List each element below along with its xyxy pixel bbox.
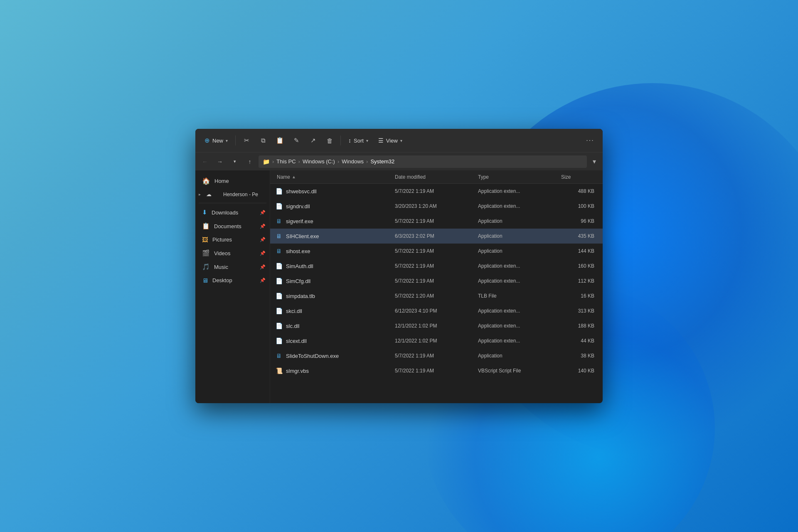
table-row[interactable]: 📄 signdrv.dll 3/20/2023 1:20 AM Applicat… bbox=[270, 199, 603, 214]
table-row[interactable]: 📄 shwebsvc.dll 5/7/2022 1:19 AM Applicat… bbox=[270, 184, 603, 199]
sidebar-pictures-label: Pictures bbox=[212, 236, 232, 243]
path-sep-0: › bbox=[272, 158, 274, 165]
file-type-icon: 📜 bbox=[275, 367, 283, 374]
file-name-text: SimAuth.dll bbox=[286, 263, 313, 269]
more-options-button[interactable]: ··· bbox=[583, 133, 598, 148]
ellipsis-icon: ··· bbox=[586, 137, 594, 144]
file-name-text: slmgr.vbs bbox=[286, 368, 309, 374]
path-windows[interactable]: Windows bbox=[342, 158, 364, 165]
table-row[interactable]: 📄 SimAuth.dll 5/7/2022 1:19 AM Applicati… bbox=[270, 259, 603, 273]
share-icon: ↗ bbox=[310, 137, 316, 144]
file-type: TLB File bbox=[475, 293, 558, 299]
paste-button[interactable]: 📋 bbox=[272, 133, 287, 148]
forward-button[interactable]: → bbox=[214, 155, 226, 168]
view-chevron-icon: ▾ bbox=[400, 138, 402, 143]
file-size: 140 KB bbox=[558, 368, 599, 374]
column-headers: Name ▲ Date modified Type Size bbox=[270, 170, 603, 184]
view-button[interactable]: ☰ View ▾ bbox=[374, 135, 406, 146]
path-this-pc[interactable]: This PC bbox=[276, 158, 296, 165]
table-row[interactable]: 📄 slcext.dll 12/1/2022 1:02 PM Applicati… bbox=[270, 333, 603, 348]
sidebar-item-videos[interactable]: 🎬 Videos 📌 bbox=[197, 246, 268, 260]
share-button[interactable]: ↗ bbox=[305, 133, 320, 148]
file-name-cell: 🖥 SIHClient.exe bbox=[273, 232, 392, 240]
file-date: 5/7/2022 1:20 AM bbox=[392, 293, 475, 299]
file-size: 144 KB bbox=[558, 248, 599, 254]
new-chevron-icon: ▾ bbox=[226, 138, 228, 143]
toolbar: ⊕ New ▾ ✂ ⧉ 📋 ✎ ↗ 🗑 ↕ Sort ▾ ☰ bbox=[195, 129, 603, 152]
pin-icon-downloads: 📌 bbox=[260, 210, 266, 215]
sidebar-item-documents[interactable]: 📋 Documents 📌 bbox=[197, 219, 268, 233]
file-type: VBScript Script File bbox=[475, 368, 558, 374]
up-icon: ↑ bbox=[249, 158, 251, 165]
table-row[interactable]: 🖥 SlideToShutDown.exe 5/7/2022 1:19 AM A… bbox=[270, 348, 603, 363]
table-row[interactable]: 📄 slc.dll 12/1/2022 1:02 PM Application … bbox=[270, 318, 603, 333]
col-header-name[interactable]: Name ▲ bbox=[273, 174, 392, 180]
file-name-cell: 📄 slc.dll bbox=[273, 322, 392, 330]
documents-icon: 📋 bbox=[202, 222, 210, 230]
file-type-icon: 🖥 bbox=[275, 352, 283, 360]
chevron-down-icon-2: ▾ bbox=[593, 158, 596, 165]
col-header-type[interactable]: Type bbox=[475, 174, 558, 180]
table-row[interactable]: 🖥 SIHClient.exe 6/3/2023 2:02 PM Applica… bbox=[270, 229, 603, 244]
sidebar-item-henderson[interactable]: ▸ ☁ Henderson - Pe bbox=[197, 188, 268, 200]
new-button[interactable]: ⊕ New ▾ bbox=[200, 134, 232, 147]
sidebar-desktop-label: Desktop bbox=[212, 277, 232, 283]
file-name-text: shwebsvc.dll bbox=[286, 188, 317, 195]
copy-button[interactable]: ⧉ bbox=[256, 133, 271, 148]
sidebar-item-home[interactable]: 🏠 Home bbox=[197, 174, 268, 188]
sidebar-item-desktop[interactable]: 🖥 Desktop 📌 bbox=[197, 274, 268, 287]
pin-icon-desktop: 📌 bbox=[260, 278, 266, 283]
cut-button[interactable]: ✂ bbox=[239, 133, 254, 148]
rename-icon: ✎ bbox=[294, 137, 299, 144]
sidebar-item-downloads[interactable]: ⬇ Downloads 📌 bbox=[197, 206, 268, 219]
file-name-text: slc.dll bbox=[286, 323, 300, 329]
file-type: Application bbox=[475, 218, 558, 224]
dropdown-button[interactable]: ▾ bbox=[229, 155, 241, 168]
trash-icon: 🗑 bbox=[327, 137, 333, 144]
copy-icon: ⧉ bbox=[261, 137, 266, 144]
sidebar-music-label: Music bbox=[214, 264, 228, 270]
table-row[interactable]: 🖥 sihost.exe 5/7/2022 1:19 AM Applicatio… bbox=[270, 244, 603, 259]
new-label: New bbox=[212, 138, 223, 144]
rename-button[interactable]: ✎ bbox=[289, 133, 304, 148]
up-button[interactable]: ↑ bbox=[244, 155, 256, 168]
col-header-date[interactable]: Date modified bbox=[392, 174, 475, 180]
col-size-label: Size bbox=[561, 174, 571, 180]
file-date: 5/7/2022 1:19 AM bbox=[392, 218, 475, 224]
address-dropdown-arrow[interactable]: ▾ bbox=[589, 155, 599, 168]
sort-arrow-name: ▲ bbox=[292, 175, 296, 179]
folder-icon: 📁 bbox=[263, 158, 270, 165]
file-name-text: SimCfg.dll bbox=[286, 278, 310, 284]
file-date: 5/7/2022 1:19 AM bbox=[392, 188, 475, 194]
file-name-text: skci.dll bbox=[286, 308, 302, 314]
file-date: 5/7/2022 1:19 AM bbox=[392, 248, 475, 254]
downloads-icon: ⬇ bbox=[202, 209, 207, 216]
home-icon: 🏠 bbox=[202, 177, 210, 185]
file-name-cell: 📄 skci.dll bbox=[273, 307, 392, 315]
col-header-size[interactable]: Size bbox=[558, 174, 599, 180]
sidebar-henderson-label: Henderson - Pe bbox=[223, 192, 258, 197]
table-row[interactable]: 📜 slmgr.vbs 5/7/2022 1:19 AM VBScript Sc… bbox=[270, 363, 603, 378]
back-button[interactable]: ← bbox=[199, 155, 211, 168]
file-type: Application bbox=[475, 248, 558, 254]
path-windows-c[interactable]: Windows (C:) bbox=[303, 158, 335, 165]
table-row[interactable]: 📄 skci.dll 6/12/2023 4:10 PM Application… bbox=[270, 303, 603, 318]
file-size: 16 KB bbox=[558, 293, 599, 299]
sidebar-item-pictures[interactable]: 🖼 Pictures 📌 bbox=[197, 233, 268, 246]
sidebar-item-music[interactable]: 🎵 Music 📌 bbox=[197, 260, 268, 273]
file-date: 12/1/2022 1:02 PM bbox=[392, 338, 475, 344]
col-type-label: Type bbox=[478, 174, 489, 180]
file-rows: 📄 shwebsvc.dll 5/7/2022 1:19 AM Applicat… bbox=[270, 184, 603, 403]
file-type: Application exten... bbox=[475, 263, 558, 269]
table-row[interactable]: 📄 simpdata.tlb 5/7/2022 1:20 AM TLB File… bbox=[270, 288, 603, 303]
table-row[interactable]: 📄 SimCfg.dll 5/7/2022 1:19 AM Applicatio… bbox=[270, 273, 603, 288]
delete-button[interactable]: 🗑 bbox=[322, 133, 337, 148]
sidebar-videos-label: Videos bbox=[214, 250, 231, 256]
file-name-cell: 🖥 SlideToShutDown.exe bbox=[273, 352, 392, 360]
file-date: 5/7/2022 1:19 AM bbox=[392, 353, 475, 359]
address-bar: ← → ▾ ↑ 📁 › This PC › Windows (C:) › Win… bbox=[195, 152, 603, 170]
pictures-icon: 🖼 bbox=[202, 236, 208, 243]
address-path[interactable]: 📁 › This PC › Windows (C:) › Windows › S… bbox=[259, 155, 587, 168]
sort-button[interactable]: ↕ Sort ▾ bbox=[344, 135, 372, 146]
table-row[interactable]: 🖥 sigverif.exe 5/7/2022 1:19 AM Applicat… bbox=[270, 214, 603, 229]
